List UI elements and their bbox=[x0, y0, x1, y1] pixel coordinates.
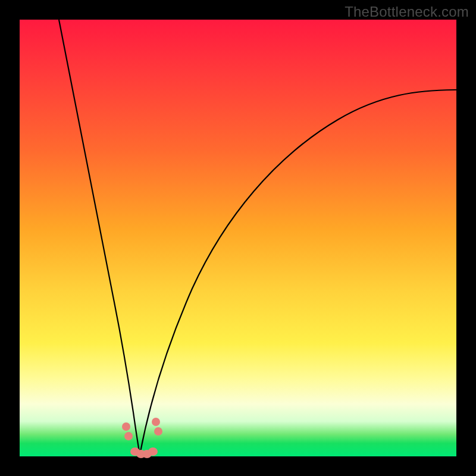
marker-right-2 bbox=[154, 427, 162, 436]
marker-left-1 bbox=[122, 422, 130, 431]
watermark-text: TheBottleneck.com bbox=[345, 4, 469, 20]
marker-floor-4 bbox=[148, 447, 158, 456]
bottleneck-curve-right bbox=[140, 90, 456, 455]
bottleneck-curve-left bbox=[59, 20, 140, 455]
marker-left-2 bbox=[124, 432, 133, 440]
curve-layer bbox=[20, 20, 456, 456]
chart-frame: TheBottleneck.com bbox=[0, 0, 476, 476]
marker-right-1 bbox=[152, 418, 160, 426]
plot-area bbox=[20, 20, 456, 456]
